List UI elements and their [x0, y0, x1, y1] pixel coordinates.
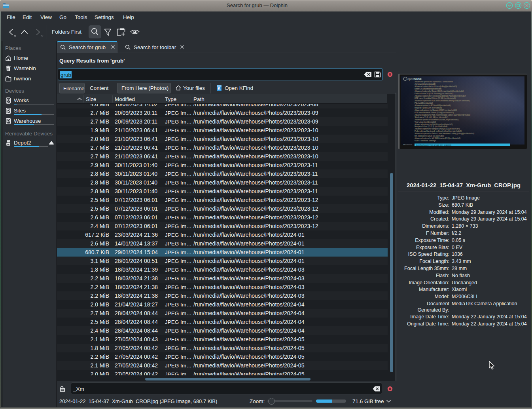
svg-text:Advanced options for openSUSE: Advanced options for openSUSE Tumbleweed	[415, 81, 453, 83]
svg-text:Advanced options for PCLinuxOS: Advanced options for PCLinuxOS (on /dev/…	[415, 105, 451, 107]
svg-text:Advanced options for Fedora Li: Advanced options for Fedora Linux Harden…	[415, 133, 474, 135]
svg-text:Advanced options for KDE neon: Advanced options for KDE neon Unstable E…	[415, 100, 470, 102]
svg-text:Fedora Linux 39 (KDE Plasma) (: Fedora Linux 39 (KDE Plasma) (on /dev/sd…	[415, 93, 453, 95]
svg-text:KDE neon Unstable Edition (22.: KDE neon Unstable Edition (22.04) (on /d…	[415, 112, 454, 114]
svg-text:Advanced options for KDE neon: Advanced options for KDE neon Unstable E…	[415, 114, 470, 116]
svg-text:Advanced options for Debian GN: Advanced options for Debian GNU/Linux tr…	[415, 90, 464, 92]
svg-text:Fedora Linux Hardened - rollin: Fedora Linux Hardened - rolling (rolling…	[415, 130, 462, 132]
svg-text:openSUSE: openSUSE	[407, 77, 422, 81]
svg-text:Debian GNU/Linux trixie/sid (o: Debian GNU/Linux trixie/sid (on /dev/sda…	[415, 88, 441, 90]
svg-text:Advanced options for Slackware: Advanced options for Slackware 15.0 x86_…	[415, 119, 458, 121]
svg-text:Manjaro Linux (23.1.3) (on /de: Manjaro Linux (23.1.3) (on /dev/sdb4)	[415, 126, 447, 127]
svg-text:K: K	[218, 86, 221, 91]
svg-text:Slackware 15.0 x86_64 (on /dev: Slackware 15.0 x86_64 (on /dev/sdb2)	[415, 116, 448, 118]
svg-text:Start bootloader from a read-o: Start bootloader from a read-only snapsh…	[416, 144, 452, 146]
svg-text:Advanced options for Void Linu: Advanced options for Void Linux (on /dev…	[415, 124, 452, 126]
svg-text:Void Linux (on /dev/sdb3): Void Linux (on /dev/sdb3)	[415, 121, 436, 123]
svg-text:Advanced options for Manjaro L: Advanced options for Manjaro Linux (23.1…	[415, 128, 460, 130]
svg-text:Arch Linux (rolling) (on /dev/: Arch Linux (rolling) (on /dev/sda5)	[415, 83, 435, 85]
svg-text:PCLinuxOS (on /dev/sda9): PCLinuxOS (on /dev/sda9)	[415, 102, 433, 104]
svg-text:Advanced options for Arch Linu: Advanced options for Arch Linux (rolling…	[415, 86, 457, 88]
svg-text:UEFI Firmware Settings: UEFI Firmware Settings	[415, 140, 436, 142]
svg-text:Advanced options for Fedora Li: Advanced options for Fedora Linux 39 (KD…	[415, 95, 466, 97]
svg-text:KDE neon Unstable Edition (22.: KDE neon Unstable Edition (22.04) (on /d…	[415, 97, 456, 99]
svg-text:Advanced options for MX 23.2 L: Advanced options for MX 23.2 Libretto (2…	[415, 137, 460, 139]
svg-text:F5 Command: F5 Command	[403, 144, 412, 146]
svg-text:MX 23.2 Libretto (23.2) (on /d: MX 23.2 Libretto (23.2) (on /dev/sdb6)	[415, 135, 444, 137]
svg-text:Mageia 9 (532) (on /dev/sda10): Mageia 9 (532) (on /dev/sda10)	[415, 107, 442, 109]
svg-text:Advanced options for Mageia 9: Advanced options for Mageia 9 (532) (on …	[415, 109, 457, 111]
